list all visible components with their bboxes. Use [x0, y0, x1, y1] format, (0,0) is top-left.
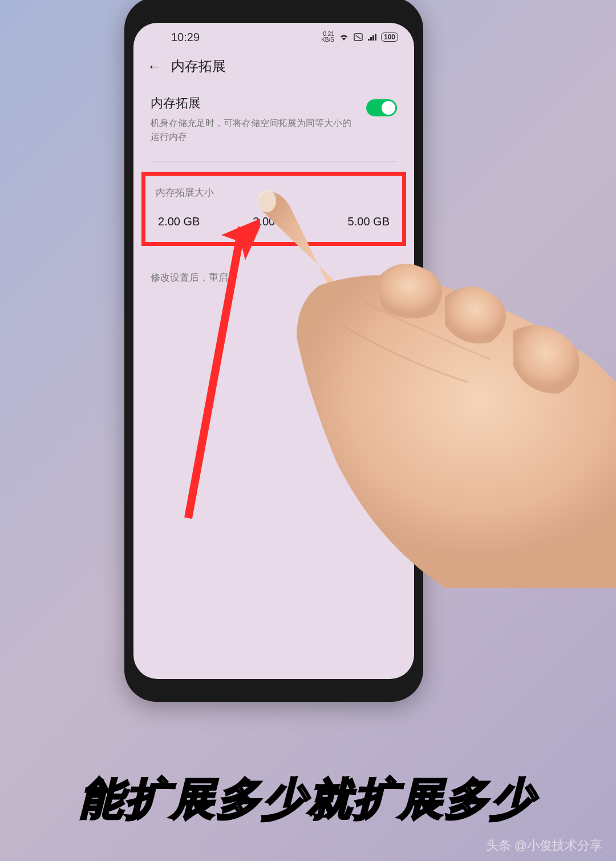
setting-text-block: 内存拓展 机身存储充足时，可将存储空间拓展为同等大小的运行内存	[151, 95, 366, 144]
restart-hint-text: 修改设置后，重启手	[133, 246, 414, 284]
section-divider	[151, 161, 397, 161]
memory-extension-toggle[interactable]	[366, 99, 397, 116]
size-section-label: 内存拓展大小	[156, 186, 392, 199]
memory-extension-setting: 内存拓展 机身存储充足时，可将存储空间拓展为同等大小的运行内存	[133, 83, 414, 155]
page-header: ← 内存拓展	[133, 49, 414, 83]
phone-screen: 10:29 0.21 KB/S 100 ← 内存拓展 内存拓展 机身存	[133, 23, 414, 679]
source-watermark: 头条 @小俊技术分享	[486, 837, 602, 854]
caption-text: 能扩展多少就扩展多少	[80, 774, 536, 823]
speed-unit: KB/S	[321, 37, 334, 43]
video-caption-overlay: 能扩展多少就扩展多少	[0, 770, 616, 829]
battery-indicator: 100	[381, 33, 398, 42]
status-bar-left: 10:29	[163, 31, 200, 44]
status-bar: 10:29 0.21 KB/S 100	[133, 23, 414, 49]
size-options-row: 2.00 GB 3.00 GB 5.00 GB	[156, 215, 392, 228]
toggle-knob	[382, 101, 395, 115]
status-bar-right: 0.21 KB/S 100	[321, 31, 398, 43]
memory-size-section-highlighted: 内存拓展大小 2.00 GB 3.00 GB 5.00 GB	[141, 172, 406, 246]
mute-icon	[354, 33, 363, 41]
page-title: 内存拓展	[171, 57, 226, 75]
size-option-2gb[interactable]: 2.00 GB	[158, 215, 200, 228]
setting-title: 内存拓展	[151, 95, 355, 112]
back-arrow-icon[interactable]: ←	[147, 58, 162, 75]
setting-description: 机身存储充足时，可将存储空间拓展为同等大小的运行内存	[151, 116, 355, 144]
size-option-5gb[interactable]: 5.00 GB	[348, 215, 390, 228]
size-option-3gb[interactable]: 3.00 GB	[253, 215, 294, 228]
svg-line-1	[356, 35, 360, 39]
wifi-icon	[339, 33, 349, 41]
signal-icon	[367, 33, 376, 41]
network-speed-indicator: 0.21 KB/S	[321, 31, 334, 43]
status-time: 10:29	[171, 31, 200, 44]
